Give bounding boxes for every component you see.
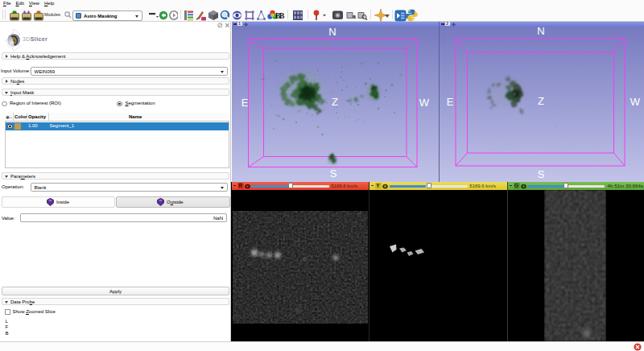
svg-text:E: E bbox=[242, 97, 249, 109]
svg-text:Z: Z bbox=[538, 95, 544, 107]
svg-text:Z: Z bbox=[332, 96, 338, 108]
svg-text:W: W bbox=[630, 96, 641, 108]
svg-text:S: S bbox=[538, 168, 545, 180]
svg-text:N: N bbox=[537, 25, 544, 37]
svg-text:a: a bbox=[353, 14, 356, 19]
svg-text:E: E bbox=[447, 96, 454, 108]
svg-text:N: N bbox=[328, 26, 336, 38]
svg-text:S: S bbox=[330, 167, 337, 180]
svg-text:W: W bbox=[419, 97, 430, 109]
svg-text:B: B bbox=[279, 12, 285, 20]
